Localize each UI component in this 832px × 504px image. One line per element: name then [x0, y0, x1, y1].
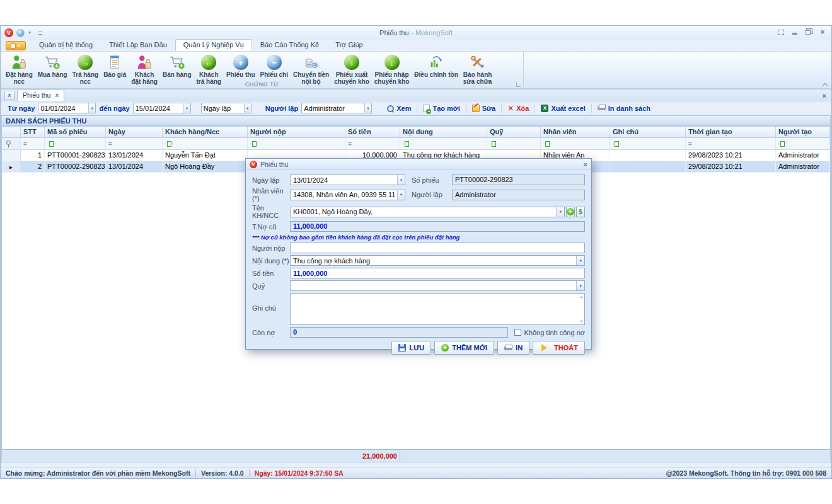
doc-tab-close-icon[interactable]: × [55, 92, 59, 99]
scroll-down-icon[interactable]: ▼ [580, 319, 583, 323]
quy-combo[interactable]: ▼ [290, 280, 585, 291]
add-new-button[interactable]: +THÊM MỚI [434, 341, 494, 355]
col-so-tien[interactable]: Số tiền [345, 127, 400, 138]
date-type-field[interactable] [202, 103, 244, 113]
tab-tro-giup[interactable]: Trợ Giúp [327, 39, 371, 51]
dialog-body: Ngày lập ▼ Số phiếu PTT00002-290823 Nhân… [246, 170, 591, 358]
tab-thiet-lap-ban-dau[interactable]: Thiết Lập Ban Đầu [101, 39, 175, 51]
ten-kh-combo[interactable]: ▼ [290, 207, 565, 217]
nhan-vien-field[interactable] [291, 190, 397, 200]
delete-button[interactable]: ✕Xóa [502, 103, 534, 113]
restore-icon[interactable] [805, 28, 812, 35]
nguoi-nop-field[interactable] [291, 243, 584, 253]
khong-tinh-cong-no-checkbox[interactable]: Không tính công nợ [514, 329, 585, 336]
floppy-icon [398, 344, 406, 352]
doc-tab-phieu-thu[interactable]: Phiếu thu × [17, 89, 64, 101]
from-date-input[interactable]: ▼ [38, 103, 96, 113]
ribbon-button-bao-gia[interactable]: Báo giá [101, 53, 129, 79]
from-date-field[interactable] [38, 103, 88, 113]
minimize-icon[interactable] [791, 28, 799, 35]
to-date-input[interactable]: ▼ [133, 103, 191, 113]
creator-field[interactable] [302, 103, 364, 113]
ribbon-collapse-icon[interactable] [823, 83, 828, 86]
application-menu-button[interactable]: ▼ [6, 41, 26, 50]
ghi-chu-field[interactable] [291, 294, 584, 324]
col-khach-hang[interactable]: Khách hàng/Ncc [163, 127, 248, 138]
nhan-vien-dropdown-icon[interactable]: ▼ [397, 190, 405, 200]
user-sphere-icon[interactable] [16, 29, 25, 37]
qat-customize-icon[interactable] [38, 31, 42, 35]
filter-text-icon [778, 141, 787, 147]
col-nhan-vien[interactable]: Nhân viên [541, 127, 610, 138]
ghi-chu-textarea[interactable]: ▲ ▼ [290, 293, 585, 325]
noi-dung-combo[interactable]: ▼ [290, 255, 585, 266]
col-ma-so-phieu[interactable]: Mã số phiếu [45, 127, 106, 138]
print-button[interactable]: IN [497, 341, 529, 355]
view-button[interactable]: Xem [381, 103, 417, 113]
nhan-vien-combo[interactable]: ▼ [290, 190, 405, 200]
exit-button[interactable]: THOÁT [533, 341, 585, 355]
filter-equals-icon: = [108, 140, 112, 147]
nguoi-nop-input[interactable] [290, 243, 585, 253]
create-new-button[interactable]: Tạo mới [417, 103, 465, 113]
ribbon-button-ban-hang[interactable]: Bán hàng [160, 53, 194, 79]
tab-bao-cao-thong-ke[interactable]: Báo Cáo Thống Kê [252, 39, 327, 51]
app-logo-icon[interactable]: V [4, 28, 13, 37]
tab-quan-ly-nghiep-vu[interactable]: Quản Lý Nghiệp Vụ [175, 39, 252, 51]
col-nguoi-tao[interactable]: Người tạo [776, 127, 830, 138]
ribbon-button-phieu-thu[interactable]: + Phiếu thu [224, 53, 258, 79]
col-quy[interactable]: Quỹ [487, 127, 541, 138]
col-stt[interactable]: STT [21, 127, 45, 138]
from-date-dropdown-icon[interactable]: ▼ [88, 103, 95, 113]
ngay-lap-combo[interactable]: ▼ [290, 175, 405, 185]
dialog-close-icon[interactable]: × [584, 161, 587, 168]
checkbox-icon[interactable] [514, 329, 521, 336]
fit-window-icon[interactable] [777, 28, 785, 35]
noi-dung-field[interactable] [291, 256, 576, 265]
so-tien-input[interactable] [290, 268, 585, 278]
ribbon-button-mua-hang[interactable]: Mua hàng [35, 53, 70, 79]
ten-kh-dropdown-icon[interactable]: ▼ [556, 207, 564, 217]
print-list-button[interactable]: In danh sách [592, 103, 656, 113]
ribbon-button-dieu-chinh-ton[interactable]: Điều chỉnh tồn [412, 53, 460, 79]
col-ngay[interactable]: Ngày [106, 127, 163, 138]
col-thoi-gian-tao[interactable]: Thời gian tạo [686, 127, 776, 138]
dialog-logo-icon: V [250, 161, 257, 168]
con-no-label: Còn nợ [252, 329, 290, 336]
col-noi-dung[interactable]: Nội dung [400, 127, 487, 138]
scroll-up-icon[interactable]: ▲ [580, 295, 583, 299]
date-type-combo[interactable]: ▼ [201, 103, 251, 113]
document-tab-strip: × Phiếu thu × × [1, 89, 831, 101]
creator-dropdown-icon[interactable]: ▼ [364, 103, 372, 113]
tabstrip-close-button[interactable]: × [4, 91, 14, 100]
col-nguoi-nop[interactable]: Người nộp [248, 127, 345, 138]
creator-combo[interactable]: ▼ [301, 103, 372, 113]
purchase-cart-icon [44, 54, 61, 71]
col-ghi-chu[interactable]: Ghi chú [610, 127, 686, 138]
quy-field[interactable] [291, 281, 576, 290]
quy-dropdown-icon[interactable]: ▼ [576, 281, 584, 290]
group-dialog-launcher-icon[interactable] [516, 83, 521, 87]
refresh-debt-button[interactable]: $ [576, 207, 585, 217]
chevron-down-icon[interactable]: ▼ [28, 31, 32, 35]
noi-dung-dropdown-icon[interactable]: ▼ [576, 256, 584, 265]
date-type-dropdown-icon[interactable]: ▼ [244, 103, 251, 113]
ngay-lap-dropdown-icon[interactable]: ▼ [397, 175, 405, 185]
add-customer-button[interactable]: + [566, 207, 575, 217]
export-excel-button[interactable]: XXuất excel [535, 103, 591, 113]
close-icon[interactable]: × [819, 28, 826, 35]
ten-kh-field[interactable] [291, 207, 556, 217]
dialog-title-bar[interactable]: V Phiếu thu × [246, 159, 591, 170]
title-bar: V ▼ Phiếu thu - MekongSoft × [1, 26, 831, 40]
save-button[interactable]: LƯU [391, 341, 431, 355]
tab-quan-tri-he-thong[interactable]: Quản trị hệ thống [31, 39, 101, 51]
grid-filter-row[interactable]: = = = = [2, 138, 830, 150]
so-tien-field[interactable] [291, 268, 584, 278]
tabstrip-close-right-icon[interactable]: × [823, 92, 826, 100]
to-date-field[interactable] [134, 103, 183, 113]
ribbon-button-phieu-chi[interactable]: − Phiếu chi [258, 53, 291, 79]
edit-button[interactable]: Sửa [466, 103, 501, 113]
exit-arrow-icon [541, 344, 551, 352]
to-date-dropdown-icon[interactable]: ▼ [183, 103, 190, 113]
ngay-lap-field[interactable] [291, 175, 397, 185]
